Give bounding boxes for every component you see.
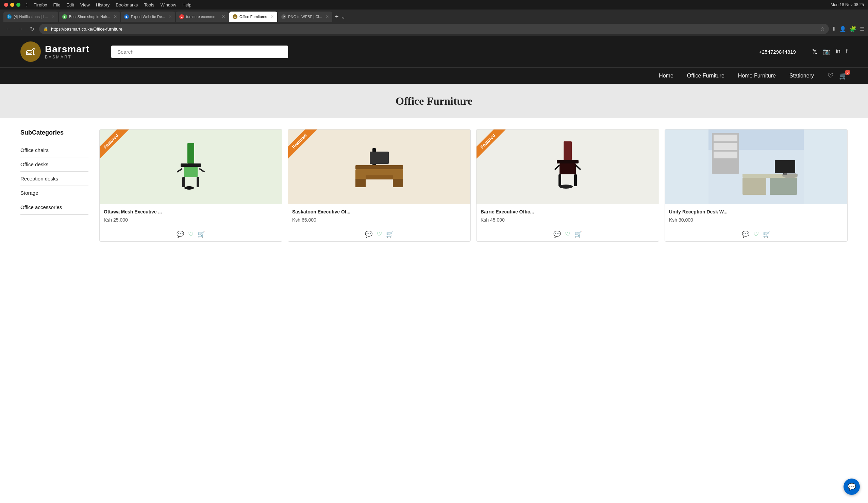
website: 🛋 Barsmart BASMART +254729844819 𝕏 📷 in … <box>0 36 868 252</box>
menu-edit[interactable]: Edit <box>66 2 74 8</box>
instagram-icon[interactable]: 📷 <box>823 48 830 55</box>
cart-icon[interactable]: 🛒 0 <box>839 72 848 80</box>
tab-linkedin[interactable]: in (4) Notifications | L... ✕ <box>3 12 58 22</box>
tab-close-google[interactable]: ✕ <box>222 14 225 19</box>
tab-favicon-png: P <box>281 14 286 19</box>
twitter-icon[interactable]: 𝕏 <box>812 48 817 55</box>
subcategory-storage[interactable]: Storage <box>20 186 89 200</box>
menu-tools[interactable]: Tools <box>144 2 154 8</box>
product-image-4[interactable] <box>665 129 847 204</box>
new-tab-button[interactable]: + <box>335 13 339 20</box>
tab-shoes[interactable]: B Best Shoe shop in Nair... ✕ <box>59 12 120 22</box>
product-price-1: Ksh 25,000 <box>104 217 278 223</box>
traffic-lights[interactable] <box>4 3 20 7</box>
product-card-3: Featured Barrie Executive Offic... <box>476 129 659 242</box>
svg-rect-2 <box>184 167 198 177</box>
featured-ribbon-3: Featured <box>476 129 510 164</box>
tab-label-office: Office Furnitures <box>239 14 267 19</box>
cart-icon-1[interactable]: 🛒 <box>198 230 205 238</box>
svg-rect-30 <box>743 178 766 195</box>
menu-bookmarks[interactable]: Bookmarks <box>116 2 138 8</box>
whatsapp-icon-4[interactable]: 💬 <box>742 230 749 238</box>
subcategory-reception-desks[interactable]: Reception desks <box>20 172 89 186</box>
tab-expert[interactable]: E Expert Website De... ✕ <box>121 12 176 22</box>
search-input[interactable] <box>111 45 288 58</box>
tab-furniture-google[interactable]: G furniture ecomme... ✕ <box>176 12 229 22</box>
ribbon-label-2: Featured <box>288 129 318 159</box>
wishlist-icon-1[interactable]: ♡ <box>188 230 194 238</box>
subcategory-office-desks[interactable]: Office desks <box>20 157 89 172</box>
close-button[interactable] <box>4 3 8 7</box>
wishlist-icon-3[interactable]: ♡ <box>565 230 570 238</box>
tab-close-shoes[interactable]: ✕ <box>114 14 117 19</box>
profile-icon[interactable]: 👤 <box>839 26 846 32</box>
tab-close-png[interactable]: ✕ <box>326 14 329 19</box>
menu-apple[interactable]:  <box>26 2 28 8</box>
tab-list-arrow[interactable]: ⌄ <box>341 13 345 20</box>
wishlist-icon-4[interactable]: ♡ <box>753 230 759 238</box>
address-bar[interactable]: 🔒 https://basmart.co.ke/Office-furniture… <box>39 24 829 34</box>
products-grid: Featured Ottawa Mesh Exe <box>99 129 848 242</box>
product-card-4: Unity Reception Desk W... Ksh 30,000 💬 ♡… <box>664 129 848 242</box>
product-image-2[interactable]: Featured <box>288 129 471 204</box>
tab-favicon-office: O <box>232 14 237 19</box>
product-actions-1: 💬 ♡ 🛒 <box>104 227 278 238</box>
svg-rect-19 <box>574 174 577 186</box>
cart-icon-2[interactable]: 🛒 <box>386 230 393 238</box>
whatsapp-icon-2[interactable]: 💬 <box>365 230 372 238</box>
tab-close-expert[interactable]: ✕ <box>168 14 172 19</box>
linkedin-icon[interactable]: in <box>836 48 840 55</box>
menu-icon[interactable]: ☰ <box>860 26 865 32</box>
featured-ribbon-1: Featured <box>100 129 134 164</box>
address-bar-row: ← → ↻ 🔒 https://basmart.co.ke/Office-fur… <box>3 24 865 34</box>
whatsapp-icon-1[interactable]: 💬 <box>176 230 184 238</box>
nav-office-furniture[interactable]: Office Furniture <box>687 73 724 79</box>
tab-close-linkedin[interactable]: ✕ <box>51 14 55 19</box>
menu-help[interactable]: Help <box>182 2 192 8</box>
menu-firefox[interactable]: Firefox <box>34 2 47 8</box>
wishlist-icon-2[interactable]: ♡ <box>376 230 382 238</box>
menu-file[interactable]: File <box>53 2 60 8</box>
downloads-icon[interactable]: ⬇ <box>831 26 836 32</box>
back-button[interactable]: ← <box>3 24 13 33</box>
tab-favicon-google: G <box>179 14 184 19</box>
brand-name: Barsmart <box>45 44 90 55</box>
cart-icon-3[interactable]: 🛒 <box>575 230 582 238</box>
subcategory-office-chairs[interactable]: Office chairs <box>20 143 89 157</box>
svg-rect-31 <box>770 178 797 195</box>
tab-office-furniture[interactable]: O Office Furnitures ✕ <box>229 12 277 22</box>
address-bar-icons: ☆ <box>820 26 825 32</box>
menu-view[interactable]: View <box>80 2 90 8</box>
product-image-1[interactable]: Featured <box>100 129 282 204</box>
svg-rect-8 <box>355 165 403 169</box>
minimize-button[interactable] <box>10 3 14 7</box>
maximize-button[interactable] <box>16 3 20 7</box>
tab-png-webp[interactable]: P PNG to WEBP | Cl... ✕ <box>278 12 332 22</box>
cart-icon-4[interactable]: 🛒 <box>763 230 771 238</box>
phone-number: +254729844819 <box>759 49 796 55</box>
bookmark-icon[interactable]: ☆ <box>820 26 825 32</box>
menu-window[interactable]: Window <box>161 2 176 8</box>
desk-image-4 <box>665 129 847 204</box>
nav-home-furniture[interactable]: Home Furniture <box>738 73 776 79</box>
tab-close-office[interactable]: ✕ <box>270 14 274 19</box>
chair-image-3 <box>547 140 588 194</box>
product-image-3[interactable]: Featured <box>476 129 659 204</box>
nav-stationery[interactable]: Stationery <box>789 73 814 79</box>
wishlist-icon[interactable]: ♡ <box>827 72 834 80</box>
forward-button[interactable]: → <box>16 24 25 33</box>
nav-home[interactable]: Home <box>659 73 673 79</box>
subcategory-office-accessories[interactable]: Office accessories <box>20 200 89 214</box>
menu-history[interactable]: History <box>96 2 110 8</box>
titlebar-menu:  Firefox File Edit View History Bookmar… <box>26 2 192 8</box>
extensions-icon[interactable]: 🧩 <box>850 26 856 32</box>
whatsapp-icon-3[interactable]: 💬 <box>554 230 561 238</box>
browser-chrome: in (4) Notifications | L... ✕ B Best Sho… <box>0 10 868 36</box>
tab-label-google: furniture ecomme... <box>186 14 218 19</box>
reload-button[interactable]: ↻ <box>28 24 37 34</box>
svg-line-21 <box>555 165 559 170</box>
facebook-icon[interactable]: f <box>846 48 848 55</box>
product-actions-2: 💬 ♡ 🛒 <box>292 227 466 238</box>
product-price-4: Ksh 30,000 <box>669 217 843 223</box>
product-name-3: Barrie Executive Offic... <box>480 209 655 214</box>
